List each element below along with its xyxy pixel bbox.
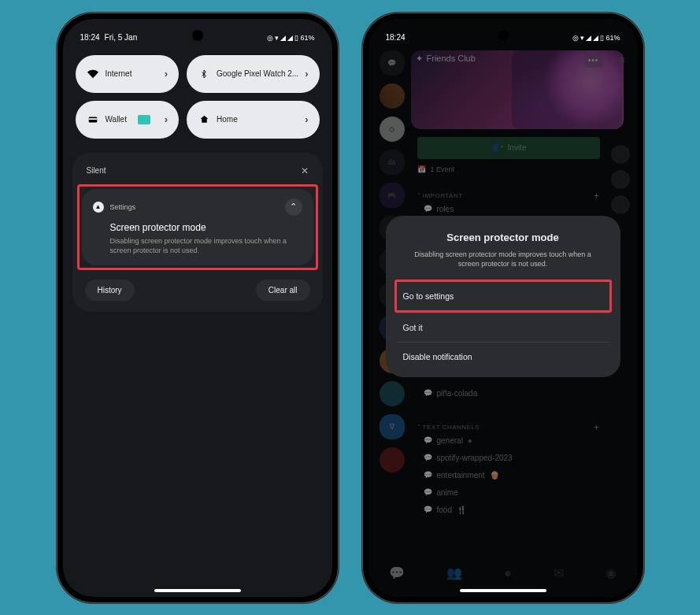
notification-card[interactable]: ▲ Settings ⌃ Screen protector mode Disab… xyxy=(82,189,313,265)
wifi-icon: ▾ xyxy=(580,34,584,42)
qs-internet-tile[interactable]: Internet › xyxy=(76,55,180,93)
screen-protector-dialog: Screen protector mode Disabling screen p… xyxy=(386,216,620,377)
signal-icon: ◢ xyxy=(280,34,286,42)
section-silent: Silent xyxy=(87,166,106,175)
collapse-icon[interactable]: ⌃ xyxy=(285,198,302,216)
qs-label: Wallet xyxy=(106,115,127,124)
status-time: 18:24 xyxy=(386,33,406,42)
svg-rect-1 xyxy=(88,118,97,120)
dialog-body: Disabling screen protector mode improves… xyxy=(397,250,609,269)
chevron-right-icon: › xyxy=(305,68,308,80)
qs-wallet-tile[interactable]: Wallet › xyxy=(76,101,180,139)
battery-pct: 61% xyxy=(300,34,314,42)
got-it-button[interactable]: Got it xyxy=(397,313,609,342)
highlight-annotation: ▲ Settings ⌃ Screen protector mode Disab… xyxy=(77,184,318,270)
settings-app-icon: ▲ xyxy=(93,202,104,213)
notif-app-name: Settings xyxy=(110,203,136,211)
highlight-annotation: Go to settings xyxy=(394,280,612,313)
history-button[interactable]: History xyxy=(85,280,135,301)
battery-icon: ▯ xyxy=(294,34,298,42)
qs-label: Google Pixel Watch 2... xyxy=(217,69,298,78)
battery-pct: 61% xyxy=(606,34,620,42)
wallet-icon xyxy=(87,113,99,126)
notif-title: Screen protector mode xyxy=(110,222,302,233)
bluetooth-icon xyxy=(198,68,210,80)
disable-notification-button[interactable]: Disable notification xyxy=(397,342,609,371)
dialog-title: Screen protector mode xyxy=(397,232,609,243)
signal-icon: ◢ xyxy=(586,34,591,42)
qs-label: Home xyxy=(217,115,238,124)
home-indicator[interactable] xyxy=(460,589,546,592)
chevron-right-icon: › xyxy=(165,68,168,80)
wifi-icon: ▾ xyxy=(275,34,279,42)
chevron-right-icon: › xyxy=(165,113,168,125)
signal2-icon: ◢ xyxy=(287,34,293,42)
dnd-icon: ◎ xyxy=(572,34,579,42)
camera-notch xyxy=(192,30,203,41)
battery-icon: ▯ xyxy=(600,34,604,42)
signal2-icon: ◢ xyxy=(593,34,598,42)
notification-panel: Silent ✕ ▲ Settings ⌃ Screen protector m… xyxy=(72,153,323,312)
home-indicator[interactable] xyxy=(154,589,241,592)
screen-left: 18:24 Fri, 5 Jan ◎ ▾ ◢ ◢ ▯ 61% Internet … xyxy=(63,19,332,597)
camera-notch xyxy=(498,30,509,41)
status-date: Fri, 5 Jan xyxy=(105,33,138,42)
close-icon[interactable]: ✕ xyxy=(301,165,309,176)
card-accent-icon xyxy=(138,115,150,124)
screen-right: 18:24 ◎ ▾ ◢ ◢ ▯ 61% 💬 ◇ da 🎮 📁 ∇ xyxy=(369,19,638,597)
qs-label: Internet xyxy=(106,69,132,78)
dnd-icon: ◎ xyxy=(267,34,273,42)
qs-home-tile[interactable]: Home › xyxy=(187,101,319,139)
home-icon xyxy=(198,113,210,126)
status-time: 18:24 xyxy=(80,33,100,42)
phone-left: 18:24 Fri, 5 Jan ◎ ▾ ◢ ◢ ▯ 61% Internet … xyxy=(57,13,339,603)
chevron-right-icon: › xyxy=(305,113,308,125)
go-to-settings-button[interactable]: Go to settings xyxy=(397,282,609,310)
phone-right: 18:24 ◎ ▾ ◢ ◢ ▯ 61% 💬 ◇ da 🎮 📁 ∇ xyxy=(362,13,644,603)
wifi-icon xyxy=(87,68,99,80)
quick-settings: Internet › Google Pixel Watch 2... › Wal… xyxy=(63,47,332,146)
clear-all-button[interactable]: Clear all xyxy=(256,280,310,301)
qs-watch-tile[interactable]: Google Pixel Watch 2... › xyxy=(187,55,319,93)
notif-body: Disabling screen protector mode improves… xyxy=(110,236,302,256)
